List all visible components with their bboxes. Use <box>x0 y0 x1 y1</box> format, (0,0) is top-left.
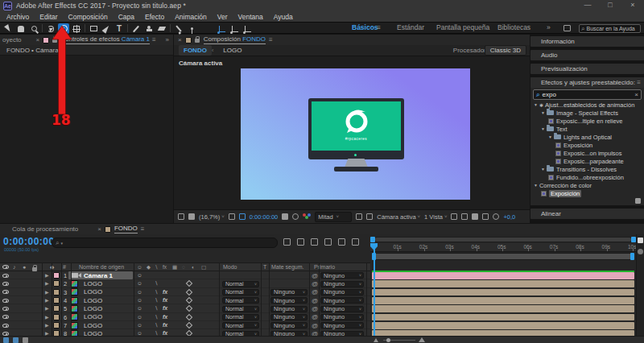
shy-icon[interactable]: ☺ <box>137 297 142 303</box>
roto-brush-tool-icon[interactable] <box>173 23 184 34</box>
time-ruler[interactable]: 01s02s03s04s05s06s07s08s09s10s <box>370 243 636 252</box>
caret-down-icon[interactable]: ▼ <box>541 167 545 172</box>
parent-select[interactable]: Ninguno˅ <box>320 314 364 320</box>
layer-name[interactable]: LOGO <box>84 280 102 287</box>
target-region-icon[interactable] <box>356 213 362 220</box>
menu-efecto[interactable]: Efecto <box>145 13 164 21</box>
panel-menu-icon[interactable]: ≡ <box>637 77 641 88</box>
quality-icon[interactable]: ∖ <box>155 305 158 312</box>
expand-inout-icon[interactable] <box>13 337 19 343</box>
layer-visibility-icon[interactable] <box>2 307 9 311</box>
minimize-button[interactable]: — <box>576 0 599 11</box>
layer-name[interactable]: LOGO <box>84 305 102 312</box>
region-of-interest-icon[interactable] <box>239 213 246 220</box>
maximize-button[interactable]: □ <box>599 0 621 11</box>
3d-layer-icon[interactable] <box>186 297 192 304</box>
tree-item[interactable]: ▼Text <box>530 125 644 133</box>
3d-layer-icon[interactable] <box>186 280 192 287</box>
tab-overflow-icon[interactable]: » <box>166 36 169 43</box>
viewer-tab-fondo[interactable]: FONDO <box>179 45 212 56</box>
comp-marker-icon[interactable] <box>638 238 643 243</box>
quality-icon[interactable]: ∖ <box>155 314 158 320</box>
fx-icon[interactable]: fx <box>163 322 167 328</box>
selection-tool-icon[interactable] <box>2 23 14 34</box>
menu-archivo[interactable]: Archivo <box>6 13 29 21</box>
caret-down-icon[interactable]: ▼ <box>541 110 545 115</box>
parent-pickwhip-icon[interactable]: @ <box>312 305 318 312</box>
quality-icon[interactable]: ∖ <box>155 289 158 295</box>
layer-visibility-icon[interactable] <box>2 290 9 294</box>
blend-mode-select[interactable]: Normal˅ <box>222 281 259 287</box>
panel-effects-presets[interactable]: Efectos y ajustes preestablecido:≡ <box>530 77 644 88</box>
rectangle-tool-icon[interactable] <box>88 23 99 34</box>
shy-icon[interactable]: ☺ <box>137 280 142 286</box>
blend-mode-select[interactable]: Normal˅ <box>222 306 259 312</box>
parent-column-header[interactable]: Primario <box>314 264 335 270</box>
brush-tool-icon[interactable] <box>130 23 142 34</box>
work-area-bar[interactable] <box>372 253 634 260</box>
expand-arrow-icon[interactable]: ▶ <box>45 272 49 278</box>
composition-viewport[interactable]: #rpcaceres <box>241 68 470 200</box>
parent-pickwhip-icon[interactable]: @ <box>312 313 318 320</box>
layer-label-swatch[interactable] <box>53 305 60 312</box>
parent-pickwhip-icon[interactable]: @ <box>312 322 318 329</box>
tab-close-icon[interactable]: × <box>178 36 182 43</box>
quality-icon[interactable]: ∖ <box>155 297 158 304</box>
view-layout-select[interactable]: 1 Vista˅ <box>424 213 447 221</box>
layer-row[interactable]: ▶2LOGO☺∖Normal˅@Ninguno˅ <box>0 279 370 287</box>
panel-menu-icon[interactable]: ≡ <box>152 36 156 43</box>
name-column-header[interactable]: Nombre de origen <box>79 264 124 270</box>
zoom-tool-icon[interactable] <box>28 23 39 34</box>
fx-icon[interactable]: fx <box>163 297 167 303</box>
panel-preview[interactable]: Previsualización <box>530 64 644 74</box>
shy-icon[interactable]: ☺ <box>137 322 142 328</box>
puppet-pin-tool-icon[interactable] <box>186 23 197 34</box>
expand-layers-icon[interactable] <box>3 337 9 343</box>
caret-down-icon[interactable]: ▼ <box>534 102 538 107</box>
panel-audio[interactable]: Audio <box>530 50 644 60</box>
layer-name[interactable]: LOGO <box>84 322 102 329</box>
tree-item[interactable]: ▼Lights and Optical <box>530 133 644 141</box>
workspace-overflow-icon[interactable]: » <box>547 23 551 33</box>
shy-icon[interactable]: ☺ <box>137 289 142 295</box>
exposure-value[interactable]: +0,0 <box>503 213 515 221</box>
timeline-icon[interactable] <box>472 213 478 220</box>
exposure-gear-icon[interactable] <box>493 213 499 220</box>
zoom-in-icon[interactable] <box>419 337 425 342</box>
exposure-reset-icon[interactable] <box>292 213 299 220</box>
menu-ayuda[interactable]: Ayuda <box>274 13 293 21</box>
panel-align[interactable]: Alinear <box>530 209 644 219</box>
close-button[interactable]: × <box>621 0 644 11</box>
workspace-est-ndar[interactable]: Estándar <box>397 23 424 33</box>
workspace-pantalla-peque-a[interactable]: Pantalla pequeña <box>436 23 489 33</box>
help-search-input[interactable]: ⌕ Buscar en la Ayuda <box>579 24 641 33</box>
panel-info[interactable]: Información <box>530 36 644 47</box>
layer-label-swatch[interactable] <box>53 272 60 279</box>
zoom-level-select[interactable]: (16,7%)˅ <box>199 213 225 221</box>
fx-icon[interactable]: fx <box>163 314 167 320</box>
panel-menu-icon[interactable]: ≡ <box>269 36 273 43</box>
tab-close-icon[interactable]: × <box>97 225 101 233</box>
3d-layer-icon[interactable] <box>186 322 192 329</box>
tree-item[interactable]: Exposición <box>530 189 644 197</box>
tab-project[interactable]: oyecto <box>2 36 22 43</box>
parent-select[interactable]: Ninguno˅ <box>320 297 364 304</box>
parent-select[interactable]: Ninguno˅ <box>320 272 364 279</box>
layer-name[interactable]: Cámara 1 <box>84 272 113 279</box>
fx-icon[interactable]: fx <box>163 289 167 295</box>
expand-arrow-icon[interactable]: ▶ <box>45 314 49 320</box>
layer-label-swatch[interactable] <box>53 322 60 329</box>
track-matte-select[interactable]: Ninguno˅ <box>270 297 308 304</box>
tab-render-queue[interactable]: Cola de procesamiento <box>12 225 78 233</box>
shy-icon[interactable]: ☺ <box>137 305 142 311</box>
parent-pickwhip-icon[interactable]: @ <box>312 272 318 279</box>
tree-item[interactable]: Exposic...on impulsos <box>530 149 644 157</box>
layer-row[interactable]: ▶5LOGO☺∖fxNormal˅Ninguno˅@Ninguno˅ <box>0 304 370 312</box>
pixel-aspect-icon[interactable] <box>451 213 457 220</box>
tree-item[interactable]: ▼Corrección de color <box>530 181 644 189</box>
track-matte-select[interactable]: Ninguno˅ <box>270 306 308 312</box>
type-tool-icon[interactable]: T <box>114 23 125 34</box>
effects-search-input[interactable]: ⌕ expo × <box>533 89 642 100</box>
layer-visibility-icon[interactable] <box>2 274 9 278</box>
mini-flowchart-icon[interactable] <box>283 238 291 246</box>
